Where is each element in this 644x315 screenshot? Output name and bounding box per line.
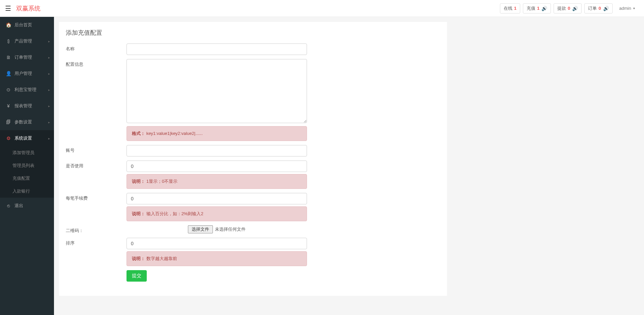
sidebar-sub-deposit-bank[interactable]: 入款银行 xyxy=(0,185,54,198)
recharge-label: 充值 xyxy=(527,5,535,11)
config-info-textarea[interactable] xyxy=(127,59,307,123)
sidebar-item-report[interactable]: ¥ 报表管理 ▸ xyxy=(0,98,54,114)
sidebar-label: 订单管理 xyxy=(15,54,32,60)
sidebar-item-params[interactable]: 🗐 参数设置 ▸ xyxy=(0,114,54,130)
sidebar-label: 后台首页 xyxy=(15,22,32,28)
hint-format-label: 格式： xyxy=(132,131,145,136)
withdraw-badge[interactable]: 提款 0 🔊 xyxy=(554,3,582,13)
recharge-badge[interactable]: 充值 1 🔊 xyxy=(523,3,551,13)
chevron-right-icon: ▸ xyxy=(48,104,50,108)
volume-icon: 🔊 xyxy=(541,6,547,11)
main-content: 添加充值配置 名称 配置信息 格式： key1:value1|key2:valu… xyxy=(54,17,644,301)
clock-icon: ⊙ xyxy=(5,87,12,92)
label-account: 账号 xyxy=(66,145,127,153)
hint-format: 格式： key1:value1|key2:value2|...... xyxy=(127,126,307,141)
form-panel: 添加充值配置 名称 配置信息 格式： key1:value1|key2:valu… xyxy=(59,22,447,296)
sidebar-label: 参数设置 xyxy=(15,119,32,125)
chevron-right-icon: ▸ xyxy=(48,137,50,140)
menu-toggle-icon[interactable]: ☰ xyxy=(5,4,11,12)
order-badge[interactable]: 订单 0 🔊 xyxy=(584,3,612,13)
bitcoin-icon: ₿ xyxy=(5,38,12,44)
label-name: 名称 xyxy=(66,44,127,52)
volume-icon: 🔊 xyxy=(572,6,578,11)
admin-name: admin xyxy=(619,6,631,11)
hint-percent-text: 输入百分比，如：2%则输入2 xyxy=(146,211,203,216)
withdraw-count: 0 xyxy=(568,6,570,11)
sidebar-label: 退出 xyxy=(15,203,23,209)
sidebar-item-logout[interactable]: ⎋ 退出 xyxy=(0,198,54,214)
dashboard-icon: 🏠 xyxy=(5,22,12,28)
online-count: 1 xyxy=(514,6,516,11)
hint-sort-label: 说明： xyxy=(132,256,145,261)
order-count: 0 xyxy=(598,6,601,11)
label-per-fee: 每笔手续费 xyxy=(66,193,127,201)
page-title: 添加充值配置 xyxy=(66,29,440,37)
submit-button[interactable]: 提交 xyxy=(127,270,147,282)
chevron-right-icon: ▸ xyxy=(48,88,50,92)
recharge-count: 1 xyxy=(537,6,539,11)
chevron-right-icon: ▸ xyxy=(48,72,50,76)
file-none-text: 未选择任何文件 xyxy=(215,226,246,232)
name-input[interactable] xyxy=(127,44,307,55)
hint-display-label: 说明： xyxy=(132,179,145,184)
label-qrcode: 二维码： xyxy=(66,225,127,234)
brand-title: 双赢系统 xyxy=(16,4,40,12)
hint-sort: 说明： 数字越大越靠前 xyxy=(127,251,307,266)
sidebar-label: 系统设置 xyxy=(15,135,32,141)
file-choose-button[interactable]: 选择文件 xyxy=(188,225,213,233)
chevron-right-icon: ▸ xyxy=(48,39,50,43)
label-config-info: 配置信息 xyxy=(66,59,127,67)
sidebar-item-order[interactable]: 🗎 订单管理 ▸ xyxy=(0,49,54,65)
chevron-right-icon: ▸ xyxy=(48,56,50,59)
admin-dropdown[interactable]: admin ▾ xyxy=(615,4,639,13)
sidebar-label: 利息宝管理 xyxy=(15,87,36,93)
per-fee-input[interactable] xyxy=(127,193,307,204)
sort-input[interactable] xyxy=(127,238,307,249)
volume-icon: 🔊 xyxy=(603,6,609,11)
sidebar-item-user[interactable]: 👤 用户管理 ▸ xyxy=(0,65,54,82)
order-icon: 🗎 xyxy=(5,55,12,60)
label-sort: 排序 xyxy=(66,238,127,246)
sidebar-label: 报表管理 xyxy=(15,103,32,109)
sidebar-sub-system: 添加管理员 管理员列表 充值配置 入款银行 xyxy=(0,146,54,198)
sidebar: 🏠 后台首页 ₿ 产品管理 ▸ 🗎 订单管理 ▸ 👤 用户管理 ▸ ⊙ 利息宝管… xyxy=(0,17,54,301)
label-is-use: 是否使用 xyxy=(66,161,127,169)
sidebar-label: 用户管理 xyxy=(15,70,32,77)
caret-down-icon: ▾ xyxy=(633,6,635,10)
hint-display-text: 1显示；0不显示 xyxy=(146,179,177,184)
hint-percent: 说明： 输入百分比，如：2%则输入2 xyxy=(127,206,307,221)
header: ☰ 双赢系统 在线 1 充值 1 🔊 提款 0 🔊 订单 0 🔊 admin ▾ xyxy=(0,0,644,17)
account-input[interactable] xyxy=(127,145,307,156)
sidebar-item-interest[interactable]: ⊙ 利息宝管理 ▸ xyxy=(0,82,54,98)
gear-icon: ⚙ xyxy=(5,136,12,141)
sidebar-sub-recharge-config[interactable]: 充值配置 xyxy=(0,172,54,185)
sidebar-item-home[interactable]: 🏠 后台首页 xyxy=(0,17,54,33)
online-label: 在线 xyxy=(504,5,512,11)
logout-icon: ⎋ xyxy=(5,203,12,208)
withdraw-label: 提款 xyxy=(557,5,566,11)
hint-format-text: key1:value1|key2:value2|...... xyxy=(146,131,203,136)
order-label: 订单 xyxy=(588,5,597,11)
online-badge[interactable]: 在线 1 xyxy=(500,3,520,13)
chevron-right-icon: ▸ xyxy=(48,120,50,124)
yen-icon: ¥ xyxy=(5,103,12,109)
hint-sort-text: 数字越大越靠前 xyxy=(146,256,177,261)
user-icon: 👤 xyxy=(5,71,12,76)
copy-icon: 🗐 xyxy=(5,119,12,125)
is-use-input[interactable] xyxy=(127,161,307,172)
sidebar-sub-add-admin[interactable]: 添加管理员 xyxy=(0,146,54,159)
sidebar-label: 产品管理 xyxy=(15,38,32,44)
sidebar-sub-admin-list[interactable]: 管理员列表 xyxy=(0,159,54,172)
sidebar-item-system[interactable]: ⚙ 系统设置 ▸ xyxy=(0,130,54,146)
hint-display: 说明： 1显示；0不显示 xyxy=(127,174,307,189)
sidebar-item-product[interactable]: ₿ 产品管理 ▸ xyxy=(0,33,54,49)
hint-percent-label: 说明： xyxy=(132,211,145,216)
